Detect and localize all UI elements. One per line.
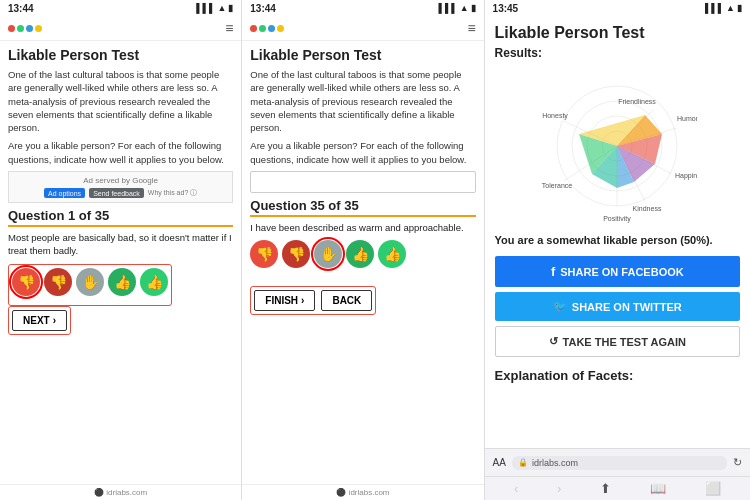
battery-icon-3: ▮ bbox=[737, 3, 742, 13]
wifi-icon-2: ▲ bbox=[460, 3, 469, 13]
rating-btn-2-1[interactable]: 👎 bbox=[250, 240, 278, 268]
reload-icon[interactable]: ↻ bbox=[733, 456, 742, 469]
dot-red bbox=[8, 25, 15, 32]
next-arrow: › bbox=[53, 315, 56, 326]
text-input-area bbox=[250, 171, 475, 193]
finish-arrow: › bbox=[301, 295, 304, 306]
status-bar-2: 13:44 ▌▌▌ ▲ ▮ bbox=[242, 0, 483, 16]
description-1a: One of the last cultural taboos is that … bbox=[8, 68, 233, 134]
app-title-1: Likable Person Test bbox=[8, 47, 233, 63]
panel-2: 13:44 ▌▌▌ ▲ ▮ ≡ Likable Person Test One … bbox=[242, 0, 484, 500]
rating-row-1: 👎 👎 ✋ 👍 👍 bbox=[12, 268, 168, 296]
status-icons-1: ▌▌▌ ▲ ▮ bbox=[196, 3, 233, 13]
nav-row-1: NEXT › bbox=[12, 310, 67, 331]
status-icons-2: ▌▌▌ ▲ ▮ bbox=[439, 3, 476, 13]
retake-label: TAKE THE TEST AGAIN bbox=[563, 336, 686, 348]
explanation-header: Explanation of Facets: bbox=[495, 368, 740, 383]
description-1b: Are you a likable person? For each of th… bbox=[8, 139, 233, 166]
browser-url-bar[interactable]: 🔒 idrlabs.com bbox=[512, 456, 727, 470]
radar-label-positivity: Positivity bbox=[603, 215, 631, 223]
tabs-nav-icon[interactable]: ⬜ bbox=[705, 481, 721, 496]
hamburger-icon[interactable]: ≡ bbox=[225, 20, 233, 36]
finish-label: FINISH bbox=[265, 295, 298, 306]
panel-1-header: ≡ bbox=[0, 16, 241, 41]
battery-icon-2: ▮ bbox=[471, 3, 476, 13]
signal-icon: ▌▌▌ bbox=[196, 3, 215, 13]
hamburger-icon-2[interactable]: ≡ bbox=[467, 20, 475, 36]
next-label-1: NEXT bbox=[23, 315, 50, 326]
nav-row-wrapper-1: NEXT › bbox=[8, 306, 71, 335]
battery-icon: ▮ bbox=[228, 3, 233, 13]
bookmarks-nav-icon[interactable]: 📖 bbox=[650, 481, 666, 496]
browser-aa[interactable]: AA bbox=[493, 457, 506, 468]
time-2: 13:44 bbox=[250, 3, 276, 14]
back-button[interactable]: BACK bbox=[321, 290, 372, 311]
rating-btn-1-neutral[interactable]: ✋ bbox=[76, 268, 104, 296]
nav-row-wrapper-2: FINISH › BACK bbox=[250, 286, 376, 315]
dot-red-2 bbox=[250, 25, 257, 32]
radar-chart-container: Friendliness Humor Happiness Kindness Po… bbox=[495, 66, 740, 226]
wifi-icon: ▲ bbox=[217, 3, 226, 13]
ad-box: Ad served by Google Ad options Send feed… bbox=[8, 171, 233, 203]
dot-green-2 bbox=[259, 25, 266, 32]
share-facebook-button[interactable]: f SHARE ON FACEBOOK bbox=[495, 256, 740, 287]
facebook-icon: f bbox=[551, 264, 555, 279]
rating-btn-1-strongly-disagree[interactable]: 👎 bbox=[12, 268, 40, 296]
retake-icon: ↺ bbox=[549, 335, 558, 348]
rating-btn-1-disagree[interactable]: 👎 bbox=[44, 268, 72, 296]
dot-blue-2 bbox=[268, 25, 275, 32]
why-ad: Why this ad? ⓘ bbox=[148, 188, 197, 198]
rating-btn-1-agree[interactable]: 👍 bbox=[108, 268, 136, 296]
radar-label-honesty: Honesty bbox=[542, 112, 568, 120]
logo bbox=[8, 25, 42, 32]
dot-yellow-2 bbox=[277, 25, 284, 32]
status-bar-1: 13:44 ▌▌▌ ▲ ▮ bbox=[0, 0, 241, 16]
rating-btn-2-4[interactable]: 👍 bbox=[346, 240, 374, 268]
dot-green bbox=[17, 25, 24, 32]
forward-nav-icon[interactable]: › bbox=[557, 481, 561, 496]
next-button-1[interactable]: NEXT › bbox=[12, 310, 67, 331]
results-title: Likable Person Test bbox=[495, 24, 740, 42]
results-label: Results: bbox=[495, 46, 740, 60]
browser-navigation: ‹ › ⬆ 📖 ⬜ bbox=[485, 476, 750, 500]
rating-row-2: 👎 👎 ✋ 👍 👍 bbox=[250, 240, 475, 268]
lock-icon: 🔒 bbox=[518, 458, 528, 467]
rating-btn-2-5[interactable]: 👍 bbox=[378, 240, 406, 268]
ad-buttons: Ad options Send feedback Why this ad? ⓘ bbox=[15, 188, 226, 198]
radar-chart: Friendliness Humor Happiness Kindness Po… bbox=[537, 66, 697, 226]
browser-url-text: idrlabs.com bbox=[532, 458, 578, 468]
status-icons-3: ▌▌▌ ▲ ▮ bbox=[705, 3, 742, 13]
share-twitter-button[interactable]: 🐦 SHARE ON TWITTER bbox=[495, 292, 740, 321]
rating-btn-2-2[interactable]: 👎 bbox=[282, 240, 310, 268]
share-facebook-label: SHARE ON FACEBOOK bbox=[560, 266, 683, 278]
panel-3: 13:45 ▌▌▌ ▲ ▮ Likable Person Test Result… bbox=[485, 0, 750, 500]
nav-row-2: FINISH › BACK bbox=[254, 290, 372, 311]
results-content: Likable Person Test Results: bbox=[485, 16, 750, 448]
dot-blue bbox=[26, 25, 33, 32]
ad-text: Ad served by Google bbox=[15, 176, 226, 185]
panel-2-header: ≡ bbox=[242, 16, 483, 41]
panel-2-content: Likable Person Test One of the last cult… bbox=[242, 41, 483, 484]
panel-2-footer: ⚫ idrlabs.com bbox=[242, 484, 483, 500]
radar-label-friendliness: Friendliness bbox=[618, 98, 656, 105]
time-3: 13:45 bbox=[493, 3, 519, 14]
signal-icon-3: ▌▌▌ bbox=[705, 3, 724, 13]
send-feedback-btn[interactable]: Send feedback bbox=[89, 188, 144, 198]
radar-label-humor: Humor bbox=[677, 115, 697, 122]
result-text: You are a somewhat likable person (50%). bbox=[495, 234, 740, 246]
panel-1-footer: ⚫ idrlabs.com bbox=[0, 484, 241, 500]
wifi-icon-3: ▲ bbox=[726, 3, 735, 13]
radar-label-tolerance: Tolerance bbox=[542, 182, 572, 189]
twitter-icon: 🐦 bbox=[553, 300, 567, 313]
description-2a: One of the last cultural taboos is that … bbox=[250, 68, 475, 134]
logo-2 bbox=[250, 25, 284, 32]
rating-btn-2-3[interactable]: ✋ bbox=[314, 240, 342, 268]
ad-options-btn[interactable]: Ad options bbox=[44, 188, 85, 198]
panel-1-content: Likable Person Test One of the last cult… bbox=[0, 41, 241, 484]
back-nav-icon[interactable]: ‹ bbox=[514, 481, 518, 496]
share-nav-icon[interactable]: ⬆ bbox=[600, 481, 611, 496]
rating-btn-1-strongly-agree[interactable]: 👍 bbox=[140, 268, 168, 296]
retake-button[interactable]: ↺ TAKE THE TEST AGAIN bbox=[495, 326, 740, 357]
question-header-1: Question 1 of 35 bbox=[8, 208, 233, 227]
finish-button[interactable]: FINISH › bbox=[254, 290, 315, 311]
